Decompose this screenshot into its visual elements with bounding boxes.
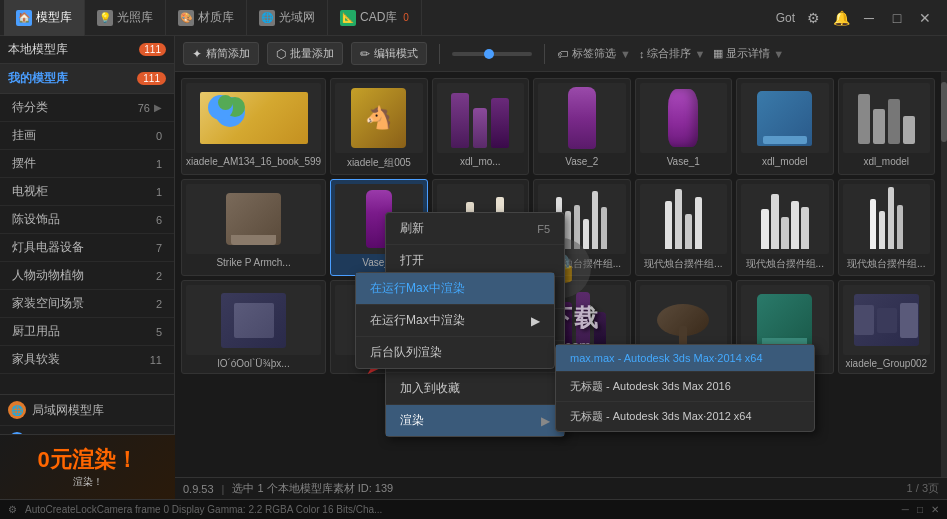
version-1-label: max.max - Autodesk 3ds Max·2014 x64 (570, 352, 763, 364)
close-status[interactable]: ✕ (931, 504, 939, 515)
tag-filter-icon: 🏷 (557, 48, 568, 60)
loool-shape (221, 293, 286, 348)
nav-tab-scene[interactable]: 🌐 光域网 (247, 0, 328, 36)
settings-icon[interactable]: ⚙ (803, 8, 823, 28)
uncategorized-arrow: ▶ (154, 102, 162, 113)
my-library-count: 111 (137, 72, 166, 85)
sidebar-item-figures[interactable]: 人物动物植物 2 (0, 262, 174, 290)
edit-mode-icon: ✏ (360, 47, 370, 61)
batch-add-button[interactable]: ⬡ 批量添加 (267, 42, 343, 65)
sidebar-item-uncategorized[interactable]: 待分类 76 ▶ (0, 94, 174, 122)
tag-filter-arrow: ▼ (620, 48, 631, 60)
sort-arrow: ▼ (694, 48, 705, 60)
ad-banner[interactable]: 0元渲染！ 渲染！ (0, 434, 175, 499)
maximize-icon[interactable]: □ (887, 8, 907, 28)
context-render-arrow: ▶ (541, 414, 550, 428)
sidebar-item-space[interactable]: 家装空间场景 2 (0, 290, 174, 318)
painting-label: 挂画 (12, 127, 156, 144)
grid-item-loool[interactable]: lO´óOol`Ü¾þx... (181, 280, 326, 374)
table-shape (653, 293, 713, 348)
space-count: 2 (156, 298, 162, 310)
grid-item-group002[interactable]: xiadele_Group002 (838, 280, 935, 374)
edit-mode-label: 编辑模式 (374, 46, 418, 61)
maximize-status[interactable]: □ (917, 504, 923, 515)
got-label: Got (776, 11, 795, 25)
quick-add-icon: ✦ (192, 47, 202, 61)
context-refresh[interactable]: 刷新 F5 (386, 213, 564, 245)
quick-add-button[interactable]: ✦ 精简添加 (183, 42, 259, 65)
grid-item-modern-candle2[interactable]: 现代烛台摆件组... (635, 179, 732, 276)
grid-item-vase1[interactable]: Vase_1 (635, 78, 732, 175)
context-render[interactable]: 渲染 ▶ (386, 405, 564, 436)
grid-item-strike[interactable]: Strike P Armch... (181, 179, 326, 276)
sidebar-item-kitchen[interactable]: 厨卫用品 5 (0, 318, 174, 346)
lan-library-item[interactable]: 🌐 局域网模型库 (0, 395, 174, 426)
notification-icon[interactable]: 🔔 (831, 8, 851, 28)
nav-tab-cad[interactable]: 📐 CAD库 0 (328, 0, 422, 36)
kitchen-count: 5 (156, 326, 162, 338)
submenu-queue-render[interactable]: 后台队列渲染 (356, 337, 554, 368)
grid-item-xdl-model2[interactable]: xdl_model (838, 78, 935, 175)
context-open-label: 打开 (400, 252, 424, 269)
display-label: 显示详情 (726, 46, 770, 61)
grid-item-modern-candle4[interactable]: 现代烛台摆件组... (838, 179, 935, 276)
sidebar-item-painting[interactable]: 挂画 0 (0, 122, 174, 150)
book-shape (200, 92, 308, 145)
display-button[interactable]: ▦ 显示详情 ▼ (713, 46, 784, 61)
grid-thumb-group002 (843, 285, 930, 355)
status-bar-right: ─ □ ✕ (902, 504, 939, 515)
group002-label: xiadele_Group002 (843, 358, 930, 369)
grid-item-vase2[interactable]: Vase_2 (533, 78, 630, 175)
grid-thumb-modern-candle4 (843, 184, 930, 254)
tag-filter-label: 标签筛选 (572, 46, 616, 61)
nav-tab-material[interactable]: 🎨 材质库 (166, 0, 247, 36)
nav-tab-light[interactable]: 💡 光照库 (85, 0, 166, 36)
sidebar-item-lights[interactable]: 灯具电器设备 7 (0, 234, 174, 262)
teal-chair-shape (757, 294, 812, 346)
sort-button[interactable]: ↕ 综合排序 ▼ (639, 46, 705, 61)
grid-item-horse[interactable]: 🐴 xiadele_组005 (330, 78, 427, 175)
grid-area: xiadele_AM134_16_book_599 🐴 xiadele_组005 (175, 72, 947, 519)
minimize-icon[interactable]: ─ (859, 8, 879, 28)
edit-mode-button[interactable]: ✏ 编辑模式 (351, 42, 427, 65)
nav-tab-model[interactable]: 🏠 模型库 (4, 0, 85, 36)
quick-add-label: 精简添加 (206, 46, 250, 61)
group002-shape (854, 294, 919, 346)
sidebar-item-tv-cabinet[interactable]: 电视柜 1 (0, 178, 174, 206)
version-item-3[interactable]: 无标题 - Autodesk 3ds Max·2012 x64 (556, 402, 814, 431)
grid-item-modern-candle3[interactable]: 现代烛台摆件组... (736, 179, 833, 276)
sidebar-item-furniture[interactable]: 家具软装 11 (0, 346, 174, 374)
tag-filter[interactable]: 🏷 标签筛选 ▼ (557, 46, 631, 61)
kitchen-label: 厨卫用品 (12, 323, 156, 340)
grid-item-xdl-model1[interactable]: xdl_model (736, 78, 833, 175)
grid-thumb-modern-candle2 (640, 184, 727, 254)
my-library-header[interactable]: 我的模型库 111 (0, 64, 174, 94)
grid-thumb-xdl-mo (437, 83, 524, 153)
sidebar-item-ornament[interactable]: 摆件 1 (0, 150, 174, 178)
slider-area (452, 52, 532, 56)
version-item-1[interactable]: max.max - Autodesk 3ds Max·2014 x64 (556, 345, 814, 372)
sidebar-item-decor[interactable]: 陈设饰品 6 (0, 206, 174, 234)
submenu-render-in-max[interactable]: 在运行Max中渲染 (356, 273, 554, 305)
close-icon[interactable]: ✕ (915, 8, 935, 28)
model2-shape (858, 92, 915, 145)
batch-add-icon: ⬡ (276, 47, 286, 61)
size-slider[interactable] (452, 52, 532, 56)
minimize-status[interactable]: ─ (902, 504, 909, 515)
scrollbar[interactable] (941, 72, 947, 519)
my-library-label: 我的模型库 (8, 70, 68, 87)
modern-candle2-label: 现代烛台摆件组... (640, 257, 727, 271)
submenu-arrow: ▶ (531, 314, 540, 328)
context-favorite[interactable]: 加入到收藏 (386, 373, 564, 405)
status-bar-icon: ⚙ (8, 504, 17, 515)
grid-item-xdl-mo[interactable]: xdl_mo... (432, 78, 529, 175)
nav-tab-model-label: 模型库 (36, 9, 72, 26)
space-label: 家装空间场景 (12, 295, 156, 312)
light-lib-icon: 💡 (97, 10, 113, 26)
version-item-2[interactable]: 无标题 - Autodesk 3ds Max 2016 (556, 372, 814, 402)
sidebar-items: 待分类 76 ▶ 挂画 0 摆件 1 电视柜 1 陈设饰品 6 灯具电器设备 (0, 94, 174, 394)
submenu-render-in-max2[interactable]: 在运行Max中渲染 ▶ (356, 305, 554, 337)
vase1-label: Vase_1 (640, 156, 727, 167)
grid-item-book[interactable]: xiadele_AM134_16_book_599 (181, 78, 326, 175)
strike-shape (226, 193, 281, 245)
